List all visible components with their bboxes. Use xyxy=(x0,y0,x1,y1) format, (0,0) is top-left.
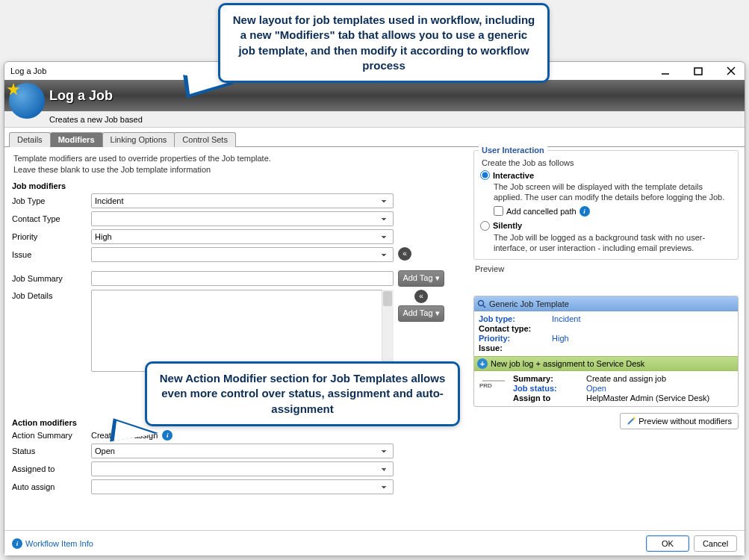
pv-priority-k: Priority: xyxy=(479,334,546,343)
silently-radio[interactable] xyxy=(480,221,490,231)
cancelled-path-label: Add cancelled path xyxy=(506,207,576,216)
interactive-radio[interactable] xyxy=(480,170,490,180)
minimize-button[interactable] xyxy=(658,63,673,78)
silently-desc: The Job will be logged as a background t… xyxy=(494,232,732,254)
app-icon xyxy=(9,83,45,119)
dialog-window: Log a Job Log a Job Creates a new Job ba… xyxy=(4,61,745,556)
pv-job-type-k: Job type: xyxy=(479,314,546,323)
info-icon: i xyxy=(12,538,22,549)
preview-assign-header: + New job log + assignment to Service De… xyxy=(474,356,738,371)
job-summary-label: Job Summary xyxy=(10,274,91,283)
interactive-label: Interactive xyxy=(493,171,534,180)
callout-modifiers-tab: New layout for job templates used in wor… xyxy=(218,3,550,83)
scroll-thumb[interactable] xyxy=(383,291,392,306)
dialog-header: Log a Job xyxy=(4,80,745,111)
pv-contact-type-k: Contact type: xyxy=(479,324,546,333)
pv-summary-v: Create and assign job xyxy=(586,374,666,383)
pv-status-v: Open xyxy=(586,384,606,393)
priority-select[interactable]: High xyxy=(91,229,394,244)
preview-assign-title: New job log + assignment to Service Desk xyxy=(491,359,644,368)
pv-priority-v: High xyxy=(552,334,569,343)
pv-summary-k: Summary: xyxy=(513,374,580,383)
ok-button[interactable]: OK xyxy=(646,535,689,552)
workflow-info-label: Workflow Item Info xyxy=(25,539,93,548)
callout-action-modifier: New Action Modifier section for Job Temp… xyxy=(145,361,460,426)
right-pane: User Interaction Create the Job as follo… xyxy=(473,150,739,497)
preview-header: Generic Job Template xyxy=(474,296,738,311)
auto-assign-select[interactable] xyxy=(91,479,394,494)
issue-select[interactable] xyxy=(91,247,394,262)
footer-bar: i Workflow Item Info OK Cancel xyxy=(4,530,745,556)
tab-linking-options[interactable]: Linking Options xyxy=(102,132,175,147)
window-title: Log a Job xyxy=(10,66,46,75)
pv-status-k: Job status: xyxy=(513,384,580,393)
job-summary-input[interactable] xyxy=(91,271,394,286)
preview-button-row: Preview without modifiers xyxy=(473,413,739,429)
status-select[interactable]: Open xyxy=(91,444,394,458)
svg-line-5 xyxy=(483,305,485,308)
pv-issue-k: Issue: xyxy=(479,343,546,352)
silently-label: Silently xyxy=(493,221,522,230)
preview-panel: Generic Job Template Job type:Incident C… xyxy=(473,296,739,407)
tab-control-sets[interactable]: Control Sets xyxy=(174,132,236,147)
pv-assign-v: HelpMaster Admin (Service Desk) xyxy=(586,393,709,402)
preview-without-modifiers-button[interactable]: Preview without modifiers xyxy=(620,413,739,429)
tab-strip: Details Modifiers Linking Options Contro… xyxy=(4,131,745,147)
priority-label: Priority xyxy=(10,232,91,241)
user-interaction-intro: Create the Job as follows xyxy=(482,158,732,167)
status-label: Status xyxy=(10,447,91,455)
preview-without-label: Preview without modifiers xyxy=(638,417,732,426)
job-modifiers-title: Job modifiers xyxy=(12,181,464,190)
preview-body: Job type:Incident Contact type: Priority… xyxy=(474,311,738,356)
content-area: Template modifiers are used to override … xyxy=(4,147,745,497)
left-pane: Template modifiers are used to override … xyxy=(10,150,464,497)
interactive-desc: The Job screen will be displayed with th… xyxy=(494,181,732,203)
maximize-button[interactable] xyxy=(691,63,706,78)
tab-details[interactable]: Details xyxy=(9,132,51,147)
workflow-info-link[interactable]: i Workflow Item Info xyxy=(12,538,93,549)
brand-icon: PRD xyxy=(479,374,509,395)
issue-label: Issue xyxy=(10,250,91,259)
svg-line-7 xyxy=(628,418,634,424)
user-interaction-group: User Interaction Create the Job as follo… xyxy=(473,150,739,260)
preview-label: Preview xyxy=(475,264,739,273)
window-controls xyxy=(658,63,739,78)
magnifier-icon xyxy=(477,299,486,308)
wand-icon xyxy=(627,417,635,426)
close-button[interactable] xyxy=(724,63,739,78)
contact-type-label: Contact Type xyxy=(10,214,91,223)
collapse-icon[interactable]: « xyxy=(398,247,411,261)
tab-modifiers[interactable]: Modifiers xyxy=(50,132,103,147)
preview-assign-body: PRD Summary:Create and assign job Job st… xyxy=(474,371,738,406)
info-icon[interactable]: i xyxy=(579,206,590,217)
add-tag-button-details[interactable]: Add Tag ▾ xyxy=(398,305,444,322)
job-type-label: Job Type xyxy=(10,196,91,205)
intro-line2: Leave these blank to use the Job templat… xyxy=(13,164,464,175)
assigned-to-label: Assigned to xyxy=(10,464,91,473)
add-tag-button-summary[interactable]: Add Tag ▾ xyxy=(398,270,444,287)
preview-template-name: Generic Job Template xyxy=(489,299,569,308)
cancelled-path-checkbox[interactable] xyxy=(494,206,503,216)
user-interaction-title: User Interaction xyxy=(479,146,547,155)
pv-job-type-v: Incident xyxy=(552,314,581,323)
intro-text: Template modifiers are used to override … xyxy=(10,150,464,177)
action-summary-label: Action Summary xyxy=(10,431,91,440)
job-details-textarea[interactable] xyxy=(91,290,394,372)
info-icon[interactable]: i xyxy=(162,430,173,441)
svg-rect-1 xyxy=(694,68,702,75)
intro-line1: Template modifiers are used to override … xyxy=(13,153,464,164)
job-details-label: Job Details xyxy=(10,290,91,300)
dialog-subtitle: Creates a new Job based xyxy=(49,115,143,124)
dialog-title: Log a Job xyxy=(49,88,113,104)
cancel-button[interactable]: Cancel xyxy=(694,535,737,552)
job-type-select[interactable]: Incident xyxy=(91,193,394,208)
plus-icon: + xyxy=(477,358,488,369)
svg-point-8 xyxy=(633,417,635,420)
pv-assign-k: Assign to xyxy=(513,393,580,402)
collapse-icon[interactable]: « xyxy=(414,290,428,303)
scrollbar[interactable] xyxy=(382,290,394,373)
contact-type-select[interactable] xyxy=(91,211,394,226)
assigned-to-select[interactable] xyxy=(91,461,394,476)
svg-text:PRD: PRD xyxy=(479,382,492,389)
auto-assign-label: Auto assign xyxy=(10,482,91,491)
